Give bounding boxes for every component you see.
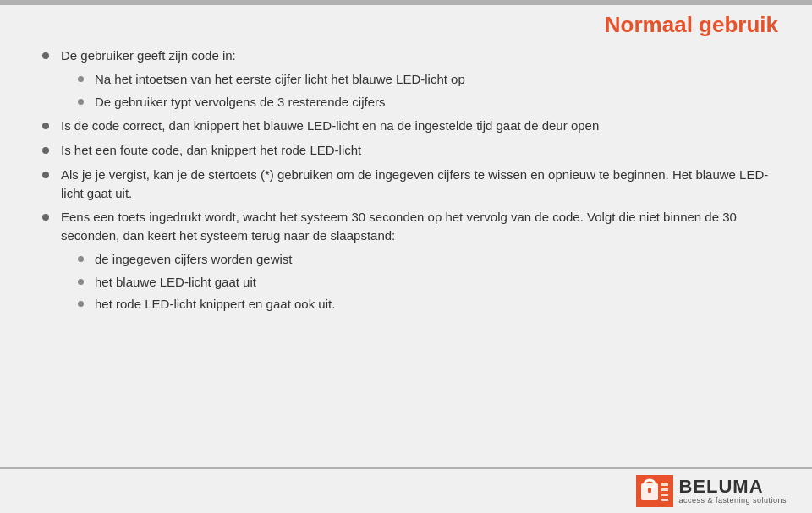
top-accent-bar <box>0 0 812 5</box>
main-content: De gebruiker geeft zijn code in: Na het … <box>42 46 770 462</box>
page-title: Normaal gebruik <box>605 12 778 38</box>
list-item: het blauwe LED-licht gaat uit <box>78 273 770 292</box>
list-item-text: de ingegeven cijfers worden gewist <box>95 252 292 266</box>
main-bullet-list: De gebruiker geeft zijn code in: Na het … <box>42 46 770 314</box>
logo-brand-name: BELUMA <box>678 478 787 496</box>
list-item-text: De gebruiker typt vervolgens de 3 rester… <box>95 95 386 109</box>
list-item: Als je je vergist, kan je de stertoets (… <box>42 166 770 203</box>
list-item-text: Is het een foute code, dan knippert het … <box>61 143 361 157</box>
logo-area: BELUMA access & fastening solutions <box>636 475 787 507</box>
list-item-text: Eens een toets ingedrukt wordt, wacht he… <box>61 210 737 243</box>
svg-rect-5 <box>661 488 668 491</box>
list-item-text: De gebruiker geeft zijn code in: <box>61 48 236 63</box>
beluma-logo-icon <box>636 475 673 507</box>
svg-rect-4 <box>661 483 668 486</box>
list-item: het rode LED-licht knippert en gaat ook … <box>78 295 770 314</box>
list-item: Eens een toets ingedrukt wordt, wacht he… <box>42 208 770 314</box>
svg-rect-3 <box>648 488 651 493</box>
svg-rect-7 <box>661 499 668 501</box>
list-item: Is het een foute code, dan knippert het … <box>42 141 770 160</box>
list-item: Is de code correct, dan knippert het bla… <box>42 117 770 135</box>
list-item: De gebruiker geeft zijn code in: Na het … <box>42 46 770 111</box>
footer: BELUMA access & fastening solutions <box>0 469 812 513</box>
list-item-text: Is de code correct, dan knippert het bla… <box>61 118 599 133</box>
list-item-text: Na het intoetsen van het eerste cijfer l… <box>95 72 465 86</box>
logo-text-block: BELUMA access & fastening solutions <box>678 478 787 505</box>
list-item: Na het intoetsen van het eerste cijfer l… <box>78 70 770 89</box>
list-item: De gebruiker typt vervolgens de 3 rester… <box>78 93 770 112</box>
sub-bullet-list-2: de ingegeven cijfers worden gewist het b… <box>78 250 770 314</box>
logo-tagline: access & fastening solutions <box>678 496 787 505</box>
list-item-text: het blauwe LED-licht gaat uit <box>95 275 256 289</box>
list-item-text: het rode LED-licht knippert en gaat ook … <box>95 297 335 311</box>
sub-bullet-list: Na het intoetsen van het eerste cijfer l… <box>78 70 770 112</box>
list-item-text: Als je je vergist, kan je de stertoets (… <box>61 167 768 200</box>
list-item: de ingegeven cijfers worden gewist <box>78 250 770 269</box>
svg-rect-6 <box>661 494 668 496</box>
